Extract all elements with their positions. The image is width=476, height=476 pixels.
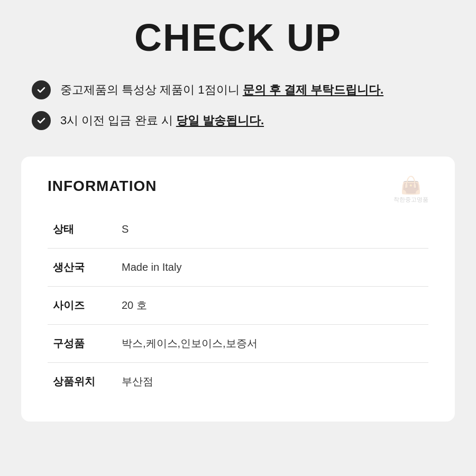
bottom-section: INFORMATION 👜 착한중고명품 상태 S 생산국 Made in It… xyxy=(0,157,476,443)
table-row: 구성품 박스,케이스,인보이스,보증서 xyxy=(48,325,428,363)
list-item: 중고제품의 특성상 제품이 1점이니 문의 후 결제 부탁드립니다. xyxy=(32,80,444,99)
table-value: S xyxy=(116,210,428,249)
table-value: 박스,케이스,인보이스,보증서 xyxy=(116,325,428,363)
checklist-item-normal-2: 3시 이전 입금 완료 시 xyxy=(60,114,176,127)
top-section: CHECK UP 중고제품의 특성상 제품이 1점이니 문의 후 결제 부탁드립… xyxy=(0,0,476,157)
page-title: CHECK UP xyxy=(32,16,444,59)
checklist-item-text-2: 3시 이전 입금 완료 시 당일 발송됩니다. xyxy=(60,113,264,129)
table-value: 20 호 xyxy=(116,287,428,325)
table-label: 상품위치 xyxy=(48,363,116,401)
check-icon-2 xyxy=(32,111,51,130)
table-value: Made in Italy xyxy=(116,249,428,287)
checklist-item-bold-1: 문의 후 결제 부탁드립니다. xyxy=(243,83,383,96)
watermark-label: 착한중고명품 xyxy=(393,196,428,204)
checklist: 중고제품의 특성상 제품이 1점이니 문의 후 결제 부탁드립니다. 3시 이전… xyxy=(32,80,444,130)
watermark: 👜 착한중고명품 xyxy=(393,177,428,204)
table-row: 상태 S xyxy=(48,210,428,249)
table-label: 생산국 xyxy=(48,249,116,287)
table-label: 구성품 xyxy=(48,325,116,363)
checklist-item-text-1: 중고제품의 특성상 제품이 1점이니 문의 후 결제 부탁드립니다. xyxy=(60,82,383,98)
table-value: 부산점 xyxy=(116,363,428,401)
info-card: INFORMATION 👜 착한중고명품 상태 S 생산국 Made in It… xyxy=(21,157,455,422)
check-icon-1 xyxy=(32,80,51,99)
info-card-title: INFORMATION xyxy=(48,178,428,195)
checklist-item-bold-2: 당일 발송됩니다. xyxy=(176,114,264,127)
table-row: 생산국 Made in Italy xyxy=(48,249,428,287)
list-item: 3시 이전 입금 완료 시 당일 발송됩니다. xyxy=(32,111,444,130)
info-table: 상태 S 생산국 Made in Italy 사이즈 20 호 구성품 박스,케… xyxy=(48,210,428,400)
table-row: 상품위치 부산점 xyxy=(48,363,428,401)
table-label: 사이즈 xyxy=(48,287,116,325)
table-label: 상태 xyxy=(48,210,116,249)
bag-icon: 👜 xyxy=(400,177,422,194)
table-row: 사이즈 20 호 xyxy=(48,287,428,325)
checklist-item-normal-1: 중고제품의 특성상 제품이 1점이니 xyxy=(60,83,243,96)
